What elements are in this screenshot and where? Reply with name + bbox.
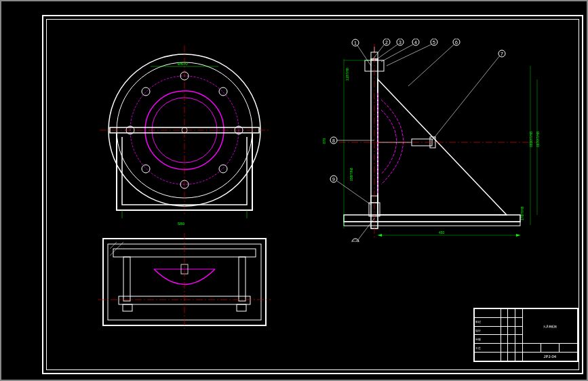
dim-870: 870 bbox=[322, 138, 326, 144]
svg-line-59 bbox=[357, 45, 371, 66]
svg-rect-31 bbox=[237, 304, 246, 311]
dim-left: 156f7/h8 bbox=[349, 167, 353, 181]
balloon-3: 3 bbox=[399, 40, 401, 45]
svg-rect-30 bbox=[123, 304, 132, 311]
drawing-title: 夹具装配图 bbox=[522, 309, 577, 344]
dim-450: 450 bbox=[439, 230, 445, 235]
svg-point-13 bbox=[219, 165, 227, 173]
svg-line-71 bbox=[432, 56, 500, 140]
dim-diameter: Ø670 bbox=[178, 62, 188, 66]
dim-830: 0830f7/H8 bbox=[529, 132, 533, 147]
front-view-circular: Ø670 bbox=[83, 42, 286, 218]
svg-line-63 bbox=[377, 44, 398, 59]
balloon-8: 8 bbox=[332, 138, 335, 143]
cad-workspace: Ø670 580 bbox=[1, 1, 587, 380]
svg-rect-27 bbox=[123, 257, 130, 301]
svg-rect-28 bbox=[239, 257, 246, 301]
balloon-4: 4 bbox=[414, 40, 417, 45]
svg-point-12 bbox=[142, 165, 150, 173]
drawing-number: JPJ-04 bbox=[522, 353, 577, 361]
dim-top: 1187/H8 bbox=[345, 68, 349, 81]
svg-line-61 bbox=[373, 44, 385, 59]
svg-line-75 bbox=[337, 181, 371, 205]
svg-marker-58 bbox=[516, 234, 520, 237]
balloon-9: 9 bbox=[332, 177, 335, 182]
dim-580-label: 580 bbox=[171, 217, 212, 230]
section-view-right: 870 450 0830f7/H8 0870f7/H8 1187/H8 156f… bbox=[307, 39, 578, 242]
plan-view-rectangular bbox=[93, 232, 276, 334]
dim-870b: 0870f7/H8 bbox=[536, 132, 540, 147]
svg-text:580: 580 bbox=[178, 222, 185, 226]
svg-line-36 bbox=[110, 242, 117, 249]
svg-marker-57 bbox=[378, 234, 382, 237]
svg-point-10 bbox=[142, 87, 150, 96]
balloon-2: 2 bbox=[385, 40, 388, 45]
title-block: 夹具装配图 标记 设计 审核 工艺 JPJ-04 bbox=[473, 308, 579, 362]
svg-point-11 bbox=[219, 87, 227, 96]
balloon-1: 1 bbox=[354, 41, 357, 45]
balloon-7: 7 bbox=[501, 52, 503, 56]
balloon-6: 6 bbox=[455, 40, 458, 45]
balloon-10: 10 bbox=[353, 240, 358, 242]
balloon-5: 5 bbox=[433, 40, 435, 45]
dim-br: 178f7/H8 bbox=[520, 206, 524, 220]
svg-line-69 bbox=[408, 44, 454, 86]
